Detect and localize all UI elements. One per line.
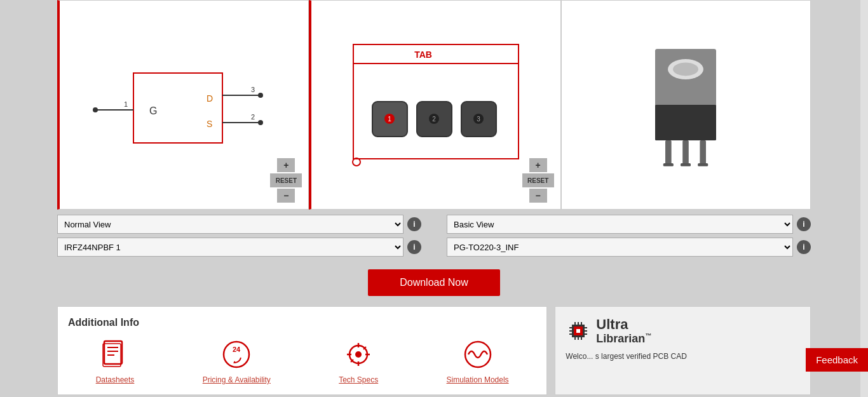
svg-text:1: 1 [388,116,391,123]
svg-rect-66 [578,337,579,340]
view-select-row-left: Normal View Basic View IEC View i [57,215,421,234]
svg-rect-62 [574,322,576,325]
svg-rect-55 [576,329,580,333]
svg-rect-59 [585,327,587,328]
scrollbar[interactable] [860,0,868,395]
svg-rect-57 [569,330,572,332]
part-select-row-right: PG-TO220-3_INF i [447,238,811,257]
footprint-zoom-out[interactable]: − [529,189,547,203]
view-info-btn-right[interactable]: i [797,217,811,231]
download-row: Download Now [0,262,868,306]
ul-chip-icon [566,318,591,344]
symbol-svg: G D S 1 3 2 [89,35,280,175]
ul-logo-line1: Ultra [596,317,651,332]
view-select-left[interactable]: Normal View Basic View IEC View [57,215,403,234]
svg-rect-58 [569,333,572,335]
additional-links: Datasheets 24 Pricing & Availability [68,339,536,384]
svg-text:2: 2 [251,113,255,121]
svg-rect-35 [698,163,709,166]
svg-text:3: 3 [477,116,480,123]
footprint-zoom-controls: + RESET − [522,158,554,203]
svg-text:G: G [149,105,157,116]
ul-description: Welco... s largest verified PCB CAD [566,352,800,361]
bottom-row: Additional Info Datasheets [0,306,868,395]
pricing-label: Pricing & Availability [203,375,271,384]
simulation-label: Simulation Models [447,375,509,384]
link-datasheets[interactable]: Datasheets [96,339,135,384]
svg-rect-60 [585,330,587,332]
simulation-icon [462,339,494,370]
svg-rect-32 [700,140,707,166]
svg-rect-31 [683,140,689,166]
svg-rect-0 [133,73,222,143]
svg-rect-29 [655,105,716,140]
svg-rect-67 [581,337,582,340]
datasheets-icon [99,339,131,370]
additional-info-title: Additional Info [68,317,536,328]
svg-rect-33 [663,163,674,166]
svg-text:TAB: TAB [414,50,432,60]
schematic-row: G D S 1 3 2 [0,0,868,210]
symbol-zoom-in[interactable]: + [277,158,295,172]
tech-specs-label: Tech Specs [339,375,378,384]
svg-rect-34 [681,163,691,166]
svg-point-8 [258,93,263,98]
svg-text:24: 24 [233,346,241,353]
svg-text:2: 2 [432,116,436,123]
ul-logo-text: Ultra Librarian™ [596,317,651,346]
link-pricing[interactable]: 24 Pricing & Availability [203,339,271,384]
part-info-btn-right[interactable]: i [797,240,811,254]
svg-rect-14 [353,44,519,64]
symbol-zoom-out[interactable]: − [277,189,295,203]
svg-rect-63 [578,322,579,325]
part-select-right[interactable]: PG-TO220-3_INF [447,238,793,257]
view-select-right[interactable]: Basic View Normal View IEC View [447,215,793,234]
controls-right: Basic View Normal View IEC View i PG-TO2… [434,215,811,257]
footprint-panel: TAB 1 2 3 [309,0,560,210]
footprint-zoom-in[interactable]: + [529,158,547,172]
download-now-button[interactable]: Download Now [368,269,500,296]
controls-row: Normal View Basic View IEC View i IRFZ44… [0,210,868,262]
tech-specs-icon [342,339,374,370]
ul-logo: Ultra Librarian™ [566,317,800,346]
footprint-zoom-reset[interactable]: RESET [522,173,554,187]
feedback-button[interactable]: Feedback [806,348,868,372]
svg-rect-65 [574,337,576,340]
svg-rect-61 [585,333,587,335]
svg-rect-30 [665,140,672,166]
svg-rect-64 [581,322,582,325]
svg-rect-56 [569,327,572,328]
symbol-panel: G D S 1 3 2 [57,0,309,210]
symbol-zoom-controls: + RESET − [270,158,302,203]
svg-text:S: S [207,119,212,129]
part-select-left[interactable]: IRFZ44NPBF 1 [57,238,403,257]
symbol-zoom-reset[interactable]: RESET [270,173,302,187]
pricing-icon: 24 [220,339,252,370]
controls-left: Normal View Basic View IEC View i IRFZ44… [57,215,434,257]
3d-panel [561,0,811,210]
ul-logo-line2: Librarian™ [596,332,651,346]
view-info-btn-left[interactable]: i [407,217,421,231]
svg-text:3: 3 [251,86,255,93]
link-tech-specs[interactable]: Tech Specs [339,339,378,384]
svg-rect-36 [104,341,122,364]
datasheets-label: Datasheets [96,375,135,384]
svg-point-11 [258,120,263,125]
svg-text:D: D [207,93,213,104]
additional-info-panel: Additional Info Datasheets [57,306,547,395]
svg-point-28 [673,63,698,76]
3d-container [562,1,810,209]
link-simulation[interactable]: Simulation Models [447,339,509,384]
part-select-row-left: IRFZ44NPBF 1 i [57,238,421,257]
svg-point-45 [355,351,362,358]
part-info-btn-left[interactable]: i [407,240,421,254]
footprint-svg: TAB 1 2 3 [341,32,531,178]
view-select-row-right: Basic View Normal View IEC View i [447,215,811,234]
svg-point-5 [93,107,98,112]
main-content: G D S 1 3 2 [0,0,868,395]
ultra-librarian-panel: Ultra Librarian™ Welco... s largest veri… [555,306,811,395]
svg-text:1: 1 [124,100,128,108]
3d-svg [635,35,736,175]
